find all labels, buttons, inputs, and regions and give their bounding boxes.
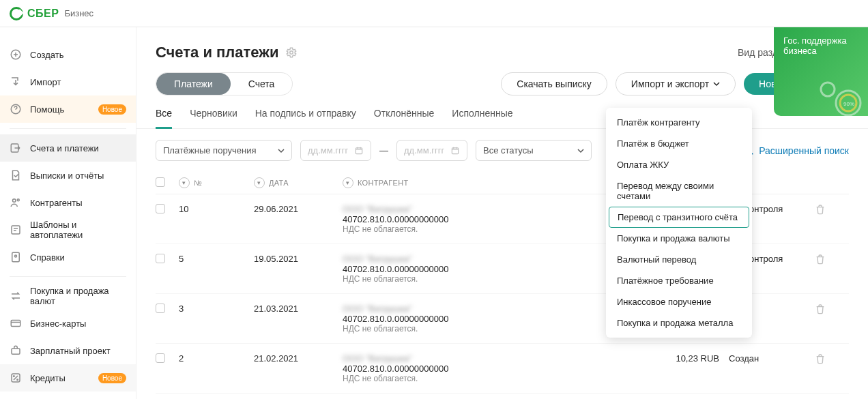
cell-vat: НДС не облагается. [343,274,644,284]
svg-rect-8 [11,321,20,327]
sort-icon[interactable]: ▾ [179,177,190,188]
date-to-input[interactable]: дд.мм.гггг [396,140,467,161]
promo-line1: Гос. поддержка [783,35,858,46]
cell-num: 10 [179,204,254,214]
cell-num: 5 [179,254,254,264]
dropdown-item[interactable]: Инкассовое поручение [606,291,752,312]
cell-account: 40702.810.0.00000000000 [343,264,644,274]
row-checkbox[interactable] [156,254,165,263]
subtab-all[interactable]: Все [156,108,172,129]
delete-icon[interactable] [815,304,849,314]
cell-status: Создан [719,353,815,364]
payment-type-select[interactable]: Платёжные поручения [156,140,292,161]
cell-num: 2 [179,353,254,364]
dropdown-item[interactable]: Платёж в бюджет [606,133,752,154]
delete-icon[interactable] [815,254,849,265]
delete-icon[interactable] [815,204,849,215]
subtab-rejected[interactable]: Отклонённые [374,108,435,128]
svg-point-7 [15,255,17,257]
cell-date: 21.03.2021 [254,304,343,314]
col-header-contractor[interactable]: КОНТРАГЕНТ [358,179,408,187]
chevron-down-icon [278,147,285,154]
sidebar-item-payroll[interactable]: Зарплатный проект [0,337,136,364]
cell-date: 29.06.2021 [254,204,343,214]
app-header: СБЕР Бизнес [0,0,868,27]
col-header-date[interactable]: ДАТА [269,179,289,187]
sidebar-item-label: Покупка и продажа валют [30,286,126,306]
dropdown-item[interactable]: Покупка и продажа валюты [606,228,752,249]
delete-icon[interactable] [815,353,849,364]
users-icon [10,196,22,209]
cell-vat: НДС не облагается. [343,224,644,234]
sidebar-import[interactable]: Импорт [0,68,136,95]
sidebar-item-label: Бизнес-карты [30,319,86,329]
payments-table: ▾№ ▾ДАТА ▾КОНТРАГЕНТ ус 1029.06.2021ООО … [136,166,868,399]
col-header-num[interactable]: № [194,179,202,187]
sidebar-label: Создать [30,50,63,60]
table-row[interactable]: 221.02.2021ООО "Ватрушка"40702.810.0.000… [156,344,849,394]
select-value: Платёжные поручения [163,145,256,156]
question-circle-icon [10,103,22,115]
dropdown-item[interactable]: Оплата ЖКУ [606,154,752,175]
sidebar-help[interactable]: Помощь Новое [0,95,136,123]
download-statement-button[interactable]: Скачать выписку [501,72,607,95]
placeholder: дд.мм.гггг [308,145,348,156]
page-title: Счета и платежи [156,44,298,61]
subtab-to-sign[interactable]: На подпись и отправку [255,108,356,128]
svg-point-11 [14,376,15,377]
button-label: Импорт и экспорт [631,78,709,89]
subtabs: Все Черновики На подпись и отправку Откл… [136,95,868,129]
row-checkbox[interactable] [156,204,165,213]
page-title-text: Счета и платежи [156,44,278,61]
gears-icon: 90% [811,72,868,116]
sidebar-item-counterparties[interactable]: Контрагенты [0,189,136,216]
pill-tab-accounts[interactable]: Счета [231,73,293,95]
select-all-checkbox[interactable] [156,177,165,187]
row-checkbox[interactable] [156,304,165,313]
status-select[interactable]: Все статусы [476,140,592,161]
subtab-executed[interactable]: Исполненные [452,108,512,128]
calendar-icon [354,146,364,156]
svg-rect-18 [356,147,362,153]
advanced-search-link[interactable]: Расширенный поиск [744,145,849,156]
sidebar-item-label: Кредиты [30,373,66,383]
row-checkbox[interactable] [156,353,165,363]
sidebar-item-accounts-payments[interactable]: Счета и платежи [0,134,136,162]
gear-icon[interactable] [285,46,298,59]
sidebar-item-fx[interactable]: Покупка и продажа валют [0,282,136,310]
subtab-drafts[interactable]: Черновики [190,108,237,128]
sidebar-item-credits[interactable]: Кредиты Новое [0,364,136,391]
dropdown-item[interactable]: Платёжное требование [606,270,752,291]
sort-icon[interactable]: ▾ [254,177,265,188]
svg-rect-19 [452,147,458,153]
select-value: Все статусы [483,145,534,156]
badge-new: Новое [98,104,126,115]
sidebar-create[interactable]: Создать [0,41,136,68]
dropdown-item[interactable]: Перевод между своими счетами [606,175,752,207]
document-icon [10,169,22,181]
date-from-input[interactable]: дд.мм.гггг [300,140,371,161]
promo-line2: бизнеса [783,46,858,56]
main-content: Гос. поддержка бизнеса 90% Счета и плате… [136,27,868,399]
sidebar-item-templates[interactable]: Шаблоны и автоплатежи [0,216,136,243]
svg-point-17 [290,51,293,55]
table-row[interactable]: Не указан [156,394,849,399]
svg-point-3 [13,199,16,203]
sort-icon[interactable]: ▾ [343,177,353,188]
sidebar-item-references[interactable]: Справки [0,243,136,271]
button-label: Скачать выписку [517,78,592,89]
dropdown-item[interactable]: Покупка и продажа металла [606,312,752,334]
sidebar-item-label: Зарплатный проект [30,346,111,356]
dropdown-item[interactable]: Платёж контрагенту [606,112,752,133]
sidebar-item-statements[interactable]: Выписки и отчёты [0,162,136,189]
import-export-button[interactable]: Импорт и экспорт [616,72,736,95]
pill-tab-payments[interactable]: Платежи [156,73,231,95]
arrow-right-box-icon [10,142,22,154]
dropdown-item[interactable]: Перевод с транзитного счёта [609,207,749,228]
dropdown-item[interactable]: Валютный перевод [606,249,752,270]
sidebar-separator [10,128,126,129]
link-label: Расширенный поиск [759,145,849,156]
sidebar-item-cards[interactable]: Бизнес-карты [0,310,136,337]
brand-logo[interactable]: СБЕР Бизнес [10,7,93,20]
promo-card[interactable]: Гос. поддержка бизнеса 90% [774,27,868,116]
